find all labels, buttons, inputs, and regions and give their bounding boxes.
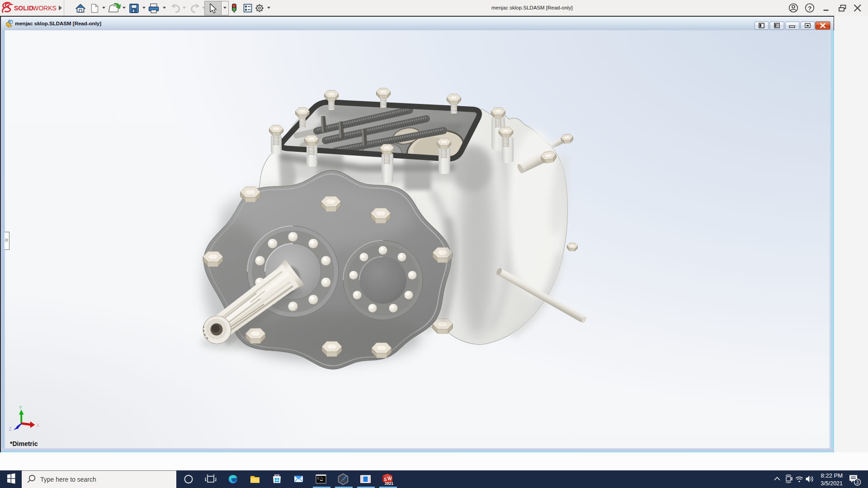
svg-text:C:\: C:\	[317, 477, 323, 480]
svg-text:2021: 2021	[385, 481, 393, 486]
svg-text:X: X	[37, 422, 40, 428]
svg-text:WORKS: WORKS	[33, 5, 57, 12]
svg-text:Z: Z	[9, 427, 12, 432]
svg-text:Y: Y	[19, 405, 22, 410]
svg-text:W: W	[387, 476, 392, 481]
svg-text:SOLID: SOLID	[14, 5, 33, 12]
svg-text:?: ?	[808, 5, 811, 12]
svg-text:3: 3	[856, 480, 859, 485]
